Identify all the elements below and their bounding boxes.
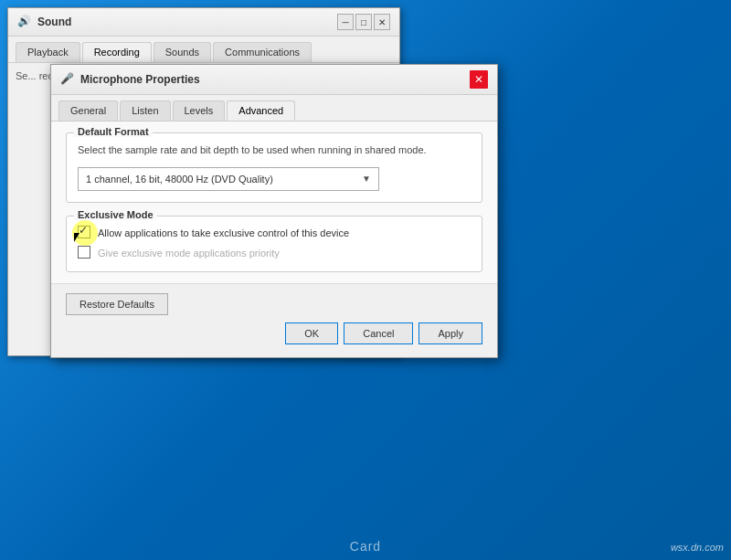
sound-dialog-tabs: Playback Recording Sounds Communications (8, 37, 399, 63)
default-format-group: Default Format Select the sample rate an… (66, 132, 482, 203)
mic-dialog-title: Microphone Properties (80, 73, 200, 86)
exclusive-mode-group: Exclusive Mode Allow applications to tak… (66, 216, 482, 272)
tab-playback[interactable]: Playback (16, 42, 80, 62)
mic-dialog-titlebar: 🎤 Microphone Properties ✕ (51, 65, 497, 95)
sound-dialog-controls: ─ □ ✕ (337, 14, 390, 30)
restore-defaults-button[interactable]: Restore Defaults (66, 293, 168, 315)
ok-button[interactable]: OK (285, 322, 338, 344)
exclusive-mode-title: Exclusive Mode (74, 209, 157, 220)
tab-communications[interactable]: Communications (213, 42, 312, 62)
mic-dialog-content: Default Format Select the sample rate an… (51, 122, 497, 283)
sound-dialog-titlebar: 🔊 Sound ─ □ ✕ (8, 8, 399, 37)
mic-dialog-tabs: General Listen Levels Advanced (51, 95, 497, 122)
tab-general[interactable]: General (58, 100, 118, 121)
maximize-button[interactable]: □ (355, 14, 372, 30)
mic-icon: 🎤 (60, 72, 75, 87)
tab-sounds[interactable]: Sounds (154, 42, 211, 62)
dropdown-value: 1 channel, 16 bit, 48000 Hz (DVD Quality… (86, 174, 273, 185)
allow-exclusive-checkbox[interactable] (78, 226, 90, 238)
close-dialog-button[interactable]: ✕ (374, 14, 390, 30)
tab-listen[interactable]: Listen (120, 100, 170, 121)
sample-rate-dropdown[interactable]: 1 channel, 16 bit, 48000 Hz (DVD Quality… (78, 167, 379, 191)
mic-dialog-bottom: Restore Defaults OK Cancel Apply (51, 283, 497, 357)
cancel-button[interactable]: Cancel (344, 322, 413, 344)
priority-checkbox[interactable] (78, 246, 90, 259)
tab-recording[interactable]: Recording (82, 42, 152, 62)
sound-icon: 🔊 (17, 15, 32, 29)
default-format-desc: Select the sample rate and bit depth to … (78, 143, 471, 158)
allow-exclusive-checkbox-wrapper (78, 226, 92, 240)
priority-label: Give exclusive mode applications priorit… (98, 248, 280, 259)
sample-rate-dropdown-row: 1 channel, 16 bit, 48000 Hz (DVD Quality… (78, 167, 471, 191)
tab-levels[interactable]: Levels (173, 100, 226, 121)
tab-advanced[interactable]: Advanced (227, 100, 295, 121)
mic-dialog: 🎤 Microphone Properties ✕ General Listen… (50, 64, 498, 358)
card-label: Card (350, 539, 381, 554)
priority-checkbox-wrapper (78, 246, 92, 260)
allow-exclusive-label: Allow applications to take exclusive con… (98, 227, 349, 238)
dropdown-arrow-icon: ▼ (362, 174, 371, 184)
apply-button[interactable]: Apply (418, 322, 482, 344)
priority-row: Give exclusive mode applications priorit… (78, 246, 471, 260)
sound-dialog-title: Sound (37, 16, 71, 28)
mic-dialog-title-left: 🎤 Microphone Properties (60, 72, 200, 87)
sound-dialog-title-left: 🔊 Sound (17, 15, 71, 29)
mic-close-button[interactable]: ✕ (470, 70, 488, 89)
allow-exclusive-row: Allow applications to take exclusive con… (78, 226, 471, 240)
bottom-card: Card (0, 533, 731, 560)
mic-action-buttons: OK Cancel Apply (66, 322, 482, 344)
default-format-title: Default Format (74, 126, 153, 137)
minimize-button[interactable]: ─ (337, 14, 354, 30)
desktop: 🔊 Sound ─ □ ✕ Playback Recording Sounds … (0, 0, 731, 560)
